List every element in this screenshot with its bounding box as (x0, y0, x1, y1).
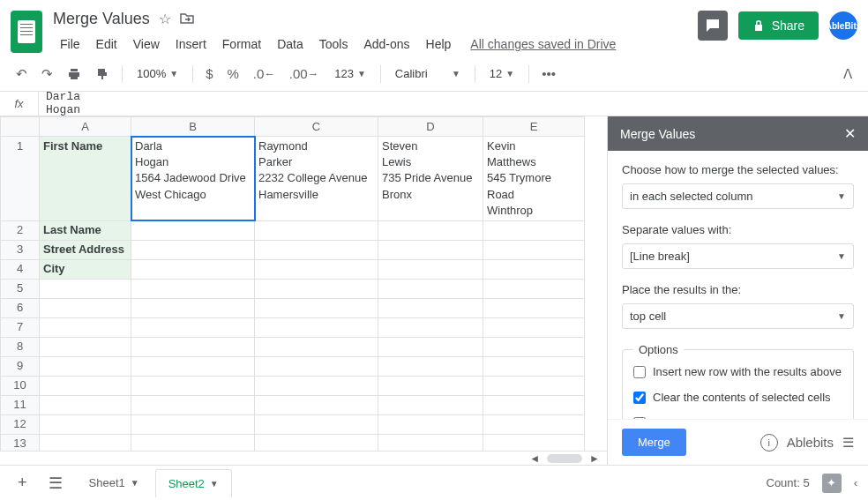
cell[interactable] (255, 376, 378, 395)
cell[interactable] (40, 279, 131, 298)
font-family-dropdown[interactable]: Calibri ▼ (388, 63, 468, 84)
cell[interactable] (255, 220, 378, 240)
row-header[interactable]: 1 (1, 137, 40, 221)
currency-button[interactable]: $ (200, 61, 218, 86)
row-header[interactable]: 5 (1, 279, 40, 298)
cell[interactable] (378, 317, 483, 337)
cell[interactable] (255, 298, 378, 317)
all-sheets-button[interactable]: ☰ (41, 470, 70, 496)
cell[interactable] (483, 414, 585, 434)
cell[interactable] (378, 298, 483, 317)
cell[interactable]: Last Name (40, 220, 131, 240)
row-header[interactable]: 12 (1, 414, 40, 434)
print-button[interactable] (62, 62, 86, 86)
menu-edit[interactable]: Edit (89, 34, 124, 55)
cell[interactable]: RaymondParker2232 College AvenueHamersvi… (255, 137, 378, 221)
cell[interactable] (483, 279, 585, 298)
cell[interactable] (378, 279, 483, 298)
cell[interactable] (378, 376, 483, 395)
row-header[interactable]: 13 (1, 434, 40, 451)
add-sheet-button[interactable]: + (11, 470, 34, 496)
row-header[interactable]: 6 (1, 298, 40, 317)
cell[interactable] (483, 298, 585, 317)
move-to-folder-icon[interactable] (180, 12, 194, 25)
collapse-toolbar-button[interactable]: ᐱ (838, 61, 857, 87)
chevron-down-icon[interactable]: ▼ (131, 478, 139, 488)
chevron-down-icon[interactable]: ▼ (210, 479, 219, 489)
save-status[interactable]: All changes saved in Drive (470, 37, 616, 51)
cell[interactable] (255, 279, 378, 298)
paint-format-button[interactable] (90, 62, 115, 86)
cell[interactable] (378, 240, 483, 259)
column-header[interactable]: D (378, 117, 483, 137)
menu-help[interactable]: Help (419, 34, 459, 55)
row-header[interactable]: 11 (1, 395, 40, 414)
row-header[interactable]: 2 (1, 220, 40, 240)
cell[interactable] (40, 395, 131, 414)
merge-button[interactable]: Merge (622, 429, 686, 456)
cell[interactable] (40, 376, 131, 395)
option-checkbox[interactable]: Clear the contents of selected cells (633, 391, 842, 404)
cell[interactable] (255, 356, 378, 376)
cell[interactable]: DarlaHogan1564 Jadewood DriveWest Chicag… (131, 137, 255, 221)
formula-input[interactable]: Darla Hogan (39, 91, 868, 116)
cell[interactable] (131, 337, 255, 356)
cell[interactable] (483, 220, 585, 240)
cell[interactable] (131, 298, 255, 317)
increase-decimal-button[interactable]: .00→ (284, 61, 324, 86)
row-header[interactable]: 8 (1, 337, 40, 356)
hamburger-icon[interactable]: ☰ (842, 435, 854, 451)
cell[interactable] (131, 376, 255, 395)
column-header[interactable]: E (483, 117, 585, 137)
cell[interactable]: Street Address (40, 240, 131, 259)
cell[interactable] (378, 337, 483, 356)
cell[interactable] (255, 434, 378, 451)
close-icon[interactable]: ✕ (844, 125, 856, 142)
font-size-dropdown[interactable]: 12 ▼ (483, 63, 521, 84)
cell[interactable] (40, 298, 131, 317)
option-checkbox[interactable]: Insert new row with the results above (633, 365, 842, 378)
menu-format[interactable]: Format (215, 34, 268, 55)
cell[interactable]: KevinMatthews545 Trymore RoadWinthrop (483, 137, 585, 221)
spreadsheet-grid[interactable]: ABCDE1First NameDarlaHogan1564 Jadewood … (0, 116, 607, 465)
cell[interactable] (255, 337, 378, 356)
column-header[interactable]: A (40, 117, 131, 137)
ablebits-brand[interactable]: i Ablebits ☰ (760, 434, 854, 451)
cell[interactable] (131, 356, 255, 376)
cell[interactable] (483, 337, 585, 356)
horizontal-scrollbar[interactable]: ◄ ► (0, 451, 607, 465)
cell[interactable] (378, 414, 483, 434)
cell[interactable] (483, 317, 585, 337)
cell[interactable] (483, 259, 585, 279)
comments-button[interactable] (698, 11, 728, 41)
account-avatar[interactable]: AbleBits (829, 11, 857, 40)
cell[interactable] (131, 240, 255, 259)
cell[interactable] (40, 414, 131, 434)
cell[interactable] (483, 395, 585, 414)
cell[interactable]: First Name (40, 137, 131, 221)
column-header[interactable]: B (131, 117, 255, 137)
menu-tools[interactable]: Tools (312, 34, 355, 55)
share-button[interactable]: Share (738, 11, 819, 40)
cell[interactable] (378, 395, 483, 414)
cell[interactable] (131, 279, 255, 298)
explore-button[interactable]: ✦ (822, 474, 842, 493)
document-title[interactable]: Merge Values (53, 10, 150, 28)
cell[interactable] (483, 376, 585, 395)
menu-addons[interactable]: Add-ons (356, 34, 416, 55)
menu-data[interactable]: Data (270, 34, 311, 55)
info-icon[interactable]: i (760, 434, 778, 451)
cell[interactable] (255, 240, 378, 259)
cell[interactable] (378, 220, 483, 240)
more-toolbar-button[interactable]: ••• (536, 61, 561, 86)
cell[interactable] (378, 434, 483, 451)
redo-button[interactable]: ↷ (36, 61, 58, 87)
undo-button[interactable]: ↶ (11, 61, 33, 87)
cell[interactable] (255, 414, 378, 434)
sheets-logo-icon[interactable] (11, 11, 42, 53)
row-header[interactable]: 9 (1, 356, 40, 376)
separator-select[interactable]: [Line break]▼ (622, 243, 854, 269)
merge-direction-select[interactable]: in each selected column▼ (622, 183, 854, 209)
cell[interactable] (131, 434, 255, 451)
row-header[interactable]: 7 (1, 317, 40, 337)
